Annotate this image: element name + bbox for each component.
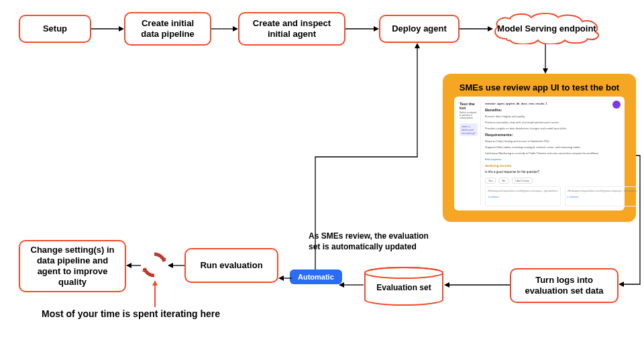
mock-b1: Ensures data integrity and quality. xyxy=(485,115,644,118)
svg-marker-9 xyxy=(233,26,238,32)
arrow-runeval-cycle xyxy=(168,262,184,269)
svg-marker-23 xyxy=(415,43,420,48)
mock-req-h: Requirements: xyxy=(485,133,644,137)
avatar-icon xyxy=(612,101,621,109)
mock-foot: Lakehouse Monitoring is currently in Pub… xyxy=(485,152,644,155)
svg-marker-27 xyxy=(126,263,131,268)
arrow-pipeline-agent xyxy=(211,25,238,32)
arrow-panel-logs xyxy=(616,156,643,290)
panel-title: SMEs use review app UI to test the bot xyxy=(454,82,625,93)
node-turn-logs: Turn logs into evaluation set data xyxy=(510,268,619,303)
automatic-badge: Automatic xyxy=(290,269,342,284)
node-deploy: Deploy agent xyxy=(379,15,460,43)
label: Deploy agent xyxy=(392,23,447,34)
label: Evaluation set xyxy=(376,283,431,292)
arrow-caption-to-cycle xyxy=(152,280,158,307)
label: Run evaluation xyxy=(200,260,262,271)
sme-panel: SMEs use review app UI to test the bot T… xyxy=(443,74,636,222)
arrow-serving-panel xyxy=(542,44,549,74)
iterate-caption: Most of your time is spent iterating her… xyxy=(42,308,220,319)
svg-marker-15 xyxy=(543,68,548,74)
arrow-deploy-serving xyxy=(460,25,493,32)
node-create-agent: Create and inspect initial agent xyxy=(238,12,345,46)
node-evaluation-set: Evaluation set xyxy=(364,267,444,306)
arrow-runeval-deploy xyxy=(295,43,423,271)
mock-sidebar: Test the bot Select a request to preview… xyxy=(460,102,481,205)
label: Create and inspect initial agent xyxy=(246,18,337,40)
svg-marker-20 xyxy=(339,282,344,288)
node-create-pipeline: Create initial data pipeline xyxy=(124,12,211,46)
svg-marker-7 xyxy=(119,26,124,32)
svg-marker-11 xyxy=(374,26,379,32)
vote-yes: Yes xyxy=(485,178,496,184)
vote-no: No xyxy=(498,178,508,184)
node-run-eval: Run evaluation xyxy=(184,248,278,283)
mock-r2: Supports Delta tables, including managed… xyxy=(485,145,644,149)
cycle-icon xyxy=(141,251,168,278)
mock-b2: Prevents anomalies, data drift, and mode… xyxy=(485,121,644,124)
arrow-evalset-automatic xyxy=(339,282,364,288)
node-model-serving: Model Serving endpoint xyxy=(490,12,604,44)
review-app-mock: Test the bot Select a request to preview… xyxy=(454,97,625,210)
label: Create initial data pipeline xyxy=(132,18,203,40)
svg-marker-16 xyxy=(619,282,624,287)
mock-r1: Requires Unity Catalog and access to Dat… xyxy=(485,139,644,143)
label: Automatic xyxy=(298,273,334,281)
mock-card: /Workspace/repos/alice.smith@yourcompany… xyxy=(485,186,561,206)
svg-marker-13 xyxy=(488,26,493,32)
vote-idk: I don't know xyxy=(512,178,533,184)
arrow-agent-deploy xyxy=(345,25,379,32)
svg-marker-22 xyxy=(278,276,284,281)
svg-marker-18 xyxy=(444,282,449,288)
label: Setup xyxy=(43,23,67,34)
mock-side-title: Test the bot xyxy=(460,102,478,110)
mock-b3: Provides insights on data distribution c… xyxy=(485,127,644,130)
node-change-settings: Change setting(s) in data pipeline and a… xyxy=(19,240,126,292)
mock-benefits-h: Benefits: xyxy=(485,108,644,112)
label: Turn logs into evaluation set data xyxy=(518,275,610,297)
arrow-automatic-runeval xyxy=(278,274,292,283)
svg-marker-25 xyxy=(168,263,173,268)
label: Change setting(s) in data pipeline and a… xyxy=(27,245,118,288)
arrow-logs-evalset xyxy=(444,282,510,288)
label: Model Serving endpoint xyxy=(497,23,596,34)
arrow-cycle-change xyxy=(126,262,141,269)
mock-side-sub: Select a request to preview a conversati… xyxy=(460,111,478,119)
arrow-setup-pipeline xyxy=(91,25,124,32)
mock-side-btn: what is lakehouse monitoring? xyxy=(460,123,478,136)
node-setup: Setup xyxy=(19,15,91,43)
svg-marker-5 xyxy=(152,280,158,286)
